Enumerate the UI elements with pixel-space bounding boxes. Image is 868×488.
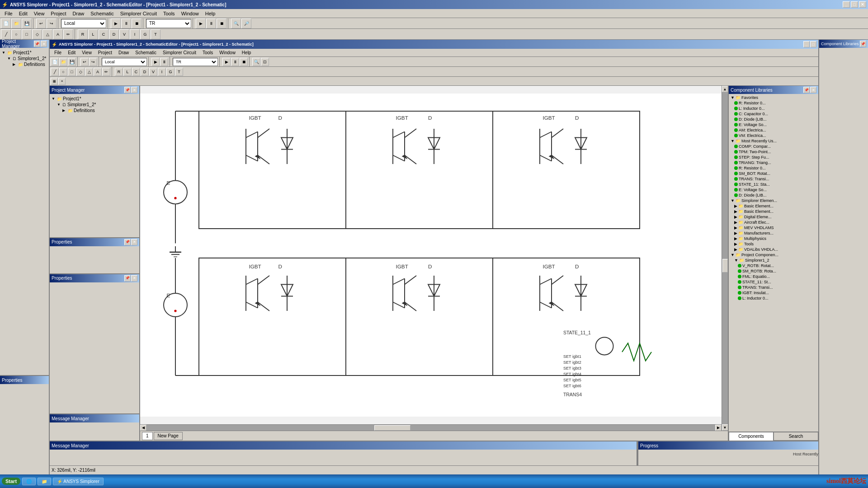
mru-trans[interactable]: TRANS: Transi... (733, 176, 817, 182)
comp-btn8[interactable]: T (151, 29, 160, 39)
sim-btn3[interactable]: ⏹ (132, 19, 142, 28)
inner-redo-btn[interactable]: ↪ (89, 58, 97, 66)
inner-prop2-close[interactable]: ✕ (131, 275, 137, 282)
canvas-tab-1[interactable]: 1 (142, 432, 153, 440)
inner-menu-simplorer[interactable]: Simplorer Circuit (160, 49, 199, 56)
menu-tools[interactable]: Tools (160, 10, 178, 17)
draw-btn5[interactable]: △ (42, 29, 52, 39)
inner-draw1[interactable]: ╱ (51, 68, 59, 76)
zoom-out-btn[interactable]: 🔎 (241, 19, 251, 28)
inner-prop2-pin[interactable]: 📌 (124, 275, 131, 282)
pause-btn[interactable]: ⏸ (206, 19, 216, 28)
inner-comp1[interactable]: R (115, 68, 123, 76)
inner-minimize[interactable]: _ (803, 41, 810, 47)
menu-help[interactable]: Help (203, 10, 218, 17)
inner-comp4[interactable]: D (141, 68, 149, 76)
canvas-tab-new[interactable]: New Page (154, 432, 183, 440)
zoom-in-btn[interactable]: 🔍 (231, 19, 241, 28)
inner-location-select[interactable]: Local (102, 58, 147, 66)
location-select[interactable]: Local (61, 19, 106, 28)
mru-tpm[interactable]: TPM: Two-Point... (733, 149, 817, 155)
inner-simplorer-node[interactable]: ▼ 🗋 Simplorer1_2* (57, 102, 137, 108)
run-btn[interactable]: ▶ (196, 19, 206, 28)
se-mfr[interactable]: ▶ 📁 Manufacturers... (733, 230, 817, 236)
menu-view[interactable]: View (31, 10, 47, 17)
se-tools[interactable]: ▶ 📁 Tools (733, 241, 817, 247)
simplorer-elements-folder[interactable]: ▼ 📁 Simplorer Elemen... (730, 198, 817, 203)
inner-draw2[interactable]: ○ (59, 68, 67, 76)
inner-pause2-btn[interactable]: ⏸ (231, 58, 239, 66)
sim-mode-select[interactable]: TR (146, 19, 191, 28)
inner-comp2[interactable]: L (123, 68, 132, 76)
inner-restore[interactable]: □ (810, 41, 816, 47)
inner-undo-btn[interactable]: ↩ (80, 58, 89, 66)
mru-step[interactable]: STEP: Step Fu... (733, 155, 817, 160)
simplorer-node[interactable]: ▼ 🗋 Simplorer1_2* (7, 56, 47, 61)
vscroll-thumb[interactable] (722, 259, 728, 272)
vscroll-up[interactable]: ▲ (722, 86, 728, 92)
pc-state11[interactable]: STATE_11: St... (737, 279, 817, 285)
pin-button[interactable]: 📌 (34, 41, 40, 47)
mru-triang[interactable]: TRIANG: Triang... (733, 160, 817, 165)
save-btn[interactable]: 💾 (22, 19, 32, 28)
canvas-vscroll[interactable]: ▲ ▼ (722, 86, 728, 431)
taskbar-ansys-item[interactable]: ⚡ ANSYS Simplorer (53, 478, 104, 485)
open-btn[interactable]: 📁 (11, 19, 21, 28)
menu-window[interactable]: Window (179, 10, 202, 17)
inner-definitions-node[interactable]: ▶ 📁 Definitions (62, 108, 137, 113)
menu-project[interactable]: Project (48, 10, 69, 17)
comp-btn1[interactable]: R (78, 29, 88, 39)
inner-run2-btn[interactable]: ▶ (222, 58, 231, 66)
inner-comp5[interactable]: V (149, 68, 157, 76)
maximize-button[interactable]: □ (851, 1, 858, 8)
draw-btn7[interactable]: ✏ (63, 29, 73, 39)
comp-lib-close[interactable]: ✕ (810, 87, 816, 93)
redo-btn[interactable]: ↪ (47, 19, 57, 28)
comp-btn2[interactable]: L (88, 29, 98, 39)
pc-l[interactable]: L: Inductor 0... (737, 296, 817, 301)
inner-menu-window[interactable]: Window (217, 49, 238, 56)
project-comp-folder[interactable]: ▼ 📁 Project Componen... (730, 252, 817, 258)
comp-tab-components[interactable]: Components (729, 432, 774, 441)
inner-comp3[interactable]: C (132, 68, 140, 76)
se-vdalibs[interactable]: ▶ 📁 VDALibs VHDLA... (733, 247, 817, 252)
mru-comp[interactable]: COMP: Compar... (733, 144, 817, 149)
taskbar-folder-icon[interactable]: 📁 (38, 478, 51, 485)
close-button[interactable]: ✕ (859, 1, 866, 8)
comp-btn7[interactable]: G (140, 29, 150, 39)
inner-fit-btn[interactable]: ⊡ (261, 58, 269, 66)
pc-fml[interactable]: FML: Equatio... (737, 274, 817, 279)
inner-menu-schematic[interactable]: Schematic (132, 49, 159, 56)
mru-d[interactable]: D: Diode (LIB... (733, 192, 817, 198)
comp-btn4[interactable]: D (109, 29, 119, 39)
definitions-node[interactable]: ▶ 📁 Definitions (13, 61, 47, 67)
comp-btn3[interactable]: C (99, 29, 108, 39)
most-recently-folder[interactable]: ▼ 📁 Most Recently Us... (730, 138, 817, 144)
schematic-canvas-area[interactable]: IGBT D (140, 86, 728, 441)
inner-extra2[interactable]: ≡ (58, 78, 66, 85)
sim-btn2[interactable]: ⏸ (121, 19, 131, 28)
se-digital[interactable]: ▶ 📁 Digital Eleme... (733, 214, 817, 220)
panel-close-button[interactable]: ✕ (41, 41, 47, 47)
favorites-folder[interactable]: ▼ 📁 Favorites (730, 95, 817, 100)
hscroll-right[interactable]: ▶ (715, 425, 722, 431)
fav-am[interactable]: AM: Electrica... (733, 127, 817, 133)
stop-btn[interactable]: ⏹ (217, 19, 226, 28)
menu-draw[interactable]: Draw (70, 10, 87, 17)
draw-btn1[interactable]: ╱ (1, 29, 11, 39)
menu-file[interactable]: File (2, 10, 15, 17)
inner-project-node[interactable]: ▼ 📁 Project1* (52, 96, 137, 102)
fav-resistor[interactable]: R: Resistor 0... (733, 100, 817, 106)
undo-btn[interactable]: ↩ (36, 19, 46, 28)
inner-stop2-btn[interactable]: ⏹ (240, 58, 248, 66)
comp-lib-pin[interactable]: 📌 (803, 87, 810, 93)
pc-smrotb[interactable]: SM_ROTB: Rota... (737, 268, 817, 274)
inner-zoom-btn[interactable]: 🔍 (252, 58, 260, 66)
se-basic2[interactable]: ▶ 📁 Basic Element... (733, 209, 817, 214)
inner-menu-tools[interactable]: Tools (200, 49, 216, 56)
inner-menu-project[interactable]: Project (95, 49, 115, 56)
inner-draw4[interactable]: ◇ (76, 68, 85, 76)
inner-menu-edit[interactable]: Edit (65, 49, 78, 56)
hscroll-thumb[interactable] (374, 425, 410, 431)
draw-btn4[interactable]: ◇ (32, 29, 42, 39)
